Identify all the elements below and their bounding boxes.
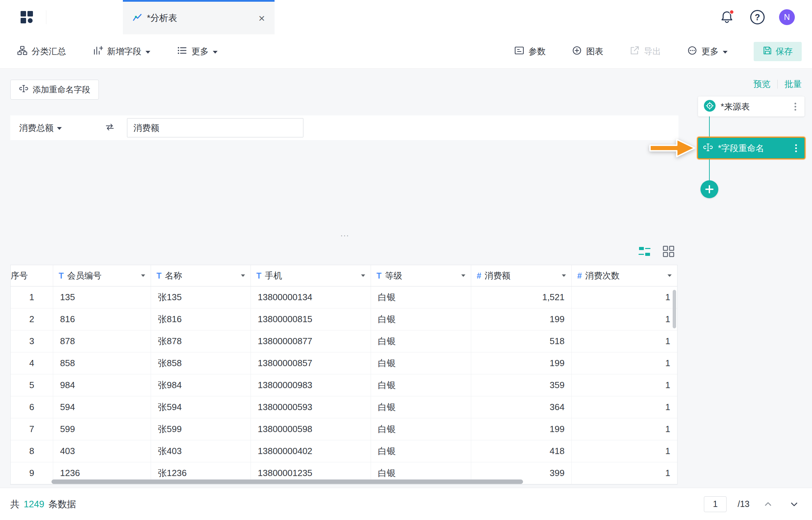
text-type-icon: T [376,271,382,281]
user-avatar[interactable]: N [779,9,795,25]
rename-value-input[interactable] [127,118,303,137]
flow-node-field-rename[interactable]: *字段重命名 [697,137,805,159]
table-cell: 599 [53,418,151,440]
total-count: 1249 [24,499,44,510]
table-cell: 518 [471,330,572,352]
column-label: 消费次数 [585,270,619,281]
table-cell: 张984 [151,374,251,396]
table-cell: 13800000857 [251,352,371,374]
table-cell: 白银 [371,396,471,418]
footer: 共 1249 条数据 /13 [0,488,812,520]
column-dropdown-caret[interactable] [562,274,566,277]
table-cell: 6 [11,396,53,418]
list-icon [177,45,187,58]
more-right-button[interactable]: 更多 [687,45,728,58]
column-dropdown-caret[interactable] [361,274,365,277]
table-cell: 403 [53,440,151,462]
vertical-scrollbar-thumb[interactable] [673,290,676,328]
table-cell: 1 [572,374,677,396]
save-label: 保存 [776,46,793,57]
table-cell: 199 [471,308,572,330]
column-header-3: T手机 [251,265,371,286]
column-dropdown-caret[interactable] [141,274,145,277]
grid-view-toggle-icon[interactable] [662,245,675,260]
chart-button[interactable]: 图表 [572,45,603,58]
tab-analysis-table[interactable]: *分析表 × [123,0,275,34]
subtotal-sitemap-icon [17,45,27,58]
table-row: 7599张59913800000598白银1991 [11,418,677,440]
toolbar-left-group: 分类汇总 新增字段 更多 [17,45,218,58]
export-label: 导出 [644,46,661,57]
params-icon [514,45,524,58]
chart-label: 图表 [586,46,603,57]
column-header-0: 序号 [11,265,53,286]
add-rename-field-button[interactable]: 添加重命名字段 [10,80,99,100]
table-cell: 8 [11,440,53,462]
app-logo-icon[interactable] [19,10,34,25]
table-cell: 张858 [151,352,251,374]
horizontal-scrollbar-thumb[interactable] [51,479,523,484]
more-right-label: 更多 [701,46,719,57]
table-cell: 5 [11,374,53,396]
field-select-value: 消费总额 [19,122,54,134]
page-up-button[interactable] [761,497,776,511]
tab-close-icon[interactable]: × [258,13,265,24]
pager: /13 [704,496,802,512]
table-body: 1135张13513800000134白银1,52112816张81613800… [11,286,677,484]
source-node-label: *来源表 [721,101,787,112]
add-field-label: 新增字段 [107,46,141,57]
table-cell: 1 [572,396,677,418]
table-cell: 13800000815 [251,308,371,330]
save-button[interactable]: 保存 [754,42,802,61]
table-header-row: 序号T会员编号T名称T手机T等级#消费额#消费次数 [11,265,677,286]
flow-node-source-table[interactable]: *来源表 [698,97,804,116]
params-button[interactable]: 参数 [514,45,546,58]
column-label: 名称 [165,270,182,281]
table-cell: 359 [471,374,572,396]
column-dropdown-caret[interactable] [241,274,245,277]
add-step-button[interactable] [700,180,718,198]
table-cell: 1 [572,418,677,440]
page-number-input[interactable] [704,496,727,512]
table-cell: 张594 [151,396,251,418]
table-view-toggles [638,245,675,260]
table-cell: 白银 [371,418,471,440]
column-label: 消费额 [485,270,510,281]
table-cell: 白银 [371,374,471,396]
rename-node-menu-icon[interactable] [795,147,797,149]
column-header-6: #消费次数 [572,265,677,286]
table-row: 3878张87813800000877白银5181 [11,330,677,352]
notification-bell-icon[interactable] [719,10,735,25]
more-left-caret-icon [213,51,218,54]
view-links-divider [777,80,778,89]
add-field-icon [93,45,103,58]
toolbar-right-group: 参数 图表 导出 [514,42,802,61]
table-cell: 白银 [371,308,471,330]
help-icon[interactable]: ? [750,10,765,24]
subtotal-button[interactable]: 分类汇总 [17,45,66,58]
row-view-toggle-icon[interactable] [638,245,651,260]
view-links: 预览 批量 [753,78,802,90]
rename-config-panel: 消费总额 [10,115,678,140]
table-cell: 418 [471,440,572,462]
source-node-menu-icon[interactable] [794,106,796,108]
column-dropdown-caret[interactable] [668,274,672,277]
table-row: 2816张81613800000815白银1991 [11,308,677,330]
collapsed-indicator: ... [340,229,349,238]
export-button[interactable]: 导出 [629,45,661,58]
topbar-divider [46,10,46,24]
save-icon [763,46,772,57]
number-type-icon: # [577,271,582,281]
circle-plus-icon [572,45,582,58]
preview-link[interactable]: 预览 [753,78,770,90]
batch-link[interactable]: 批量 [785,78,802,90]
table-cell: 364 [471,396,572,418]
table-cell: 白银 [371,440,471,462]
page-down-button[interactable] [787,497,802,511]
add-field-button[interactable]: 新增字段 [93,45,150,58]
field-select-dropdown[interactable]: 消费总额 [19,122,95,134]
table-cell: 张599 [151,418,251,440]
column-dropdown-caret[interactable] [461,274,465,277]
more-left-button[interactable]: 更多 [177,45,218,58]
table-cell: 1 [11,286,53,308]
